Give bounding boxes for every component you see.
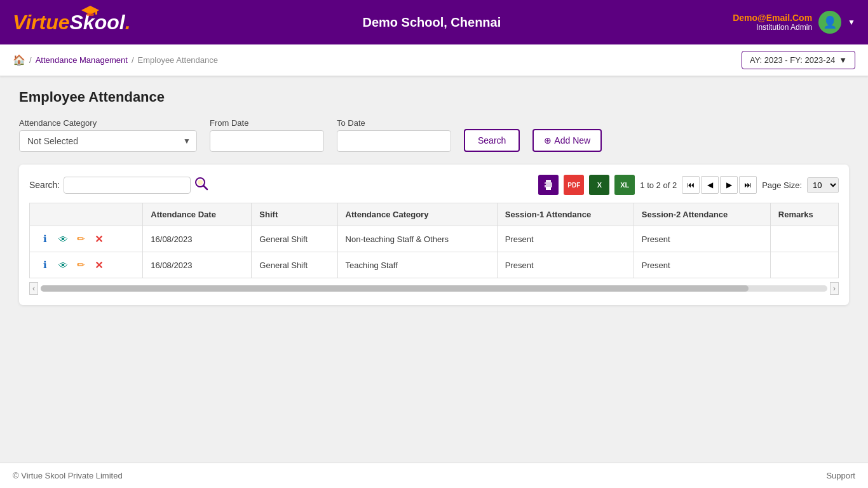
row-session2: Present [634,226,770,252]
page-size-label: Page Size: [762,180,802,190]
main-content: Employee Attendance Attendance Category … [0,76,868,463]
breadcrumb-bar: 🏠 / Attendance Management / Employee Att… [0,44,868,76]
table-search-label: Search: [29,180,60,190]
footer-copyright: © Virtue Skool Private Limited [13,471,123,480]
row-remarks [770,252,838,278]
print-button[interactable] [538,175,559,195]
filter-row: Attendance Category Not Selected From Da… [19,118,849,152]
svg-rect-1 [95,10,97,15]
row-actions: ℹ 👁 ✏ ✕ [30,252,143,278]
svg-rect-9 [545,184,546,185]
user-dropdown-arrow[interactable]: ▼ [848,18,855,27]
row-shift: General Shift [252,226,337,252]
table-row: ℹ 👁 ✏ ✕ 16/08/2023 General Shift Non-tea… [30,226,839,252]
add-new-icon: ⊕ [544,135,552,146]
from-date-label: From Date [210,118,324,128]
table-header: Attendance Date Shift Attendance Categor… [30,203,839,226]
attendance-category-select[interactable]: Not Selected [19,130,197,152]
user-email: Demo@Email.Com [733,13,812,23]
prev-page-button[interactable]: ◀ [701,176,719,194]
info-button[interactable]: ℹ [37,231,53,247]
avatar[interactable]: 👤 [818,11,841,34]
scroll-thumb [41,285,749,292]
scroll-left-arrow[interactable]: ‹ [29,282,38,295]
table-toolbar: Search: [29,175,839,195]
footer-support[interactable]: Support [826,471,855,480]
pagination-info: 1 to 2 of 2 [640,180,677,190]
col-header-attendance-category: Attendance Category [337,203,497,226]
search-button[interactable]: Search [464,129,520,152]
svg-rect-6 [545,182,552,187]
graduation-cap-icon [81,4,99,16]
attendance-category-wrapper: Not Selected [19,130,197,152]
to-date-label: To Date [337,118,451,128]
add-new-button[interactable]: ⊕ Add New [532,129,602,152]
table-scroll-area: Attendance Date Shift Attendance Categor… [29,203,839,278]
view-button[interactable]: 👁 [55,257,71,273]
pdf-label: PDF [567,182,580,189]
user-details: Demo@Email.Com Institution Admin [733,13,812,32]
to-date-input[interactable] [337,130,451,152]
home-icon[interactable]: 🏠 [13,54,25,66]
row-attendance-category: Non-teaching Staff & Others [337,226,497,252]
user-role: Institution Admin [733,23,812,32]
row-session1: Present [497,226,634,252]
table-search-input[interactable] [64,177,191,194]
row-attendance-date: 16/08/2023 [143,226,252,252]
data-table: Attendance Date Shift Attendance Categor… [29,203,839,278]
pagination-buttons: ⏮ ◀ ▶ ⏭ [682,176,757,194]
to-date-filter: To Date [337,118,451,152]
svg-rect-8 [546,180,551,182]
excel-label: X [597,181,602,189]
col-header-actions [30,203,143,226]
breadcrumb-separator-2: / [132,55,134,65]
breadcrumb-attendance-management[interactable]: Attendance Management [36,55,128,65]
add-new-label: Add New [554,135,590,146]
col-header-session1: Session-1 Attendance [497,203,634,226]
table-search-box: Search: [29,177,208,194]
svg-line-4 [203,186,207,189]
logo-skool: Skool [70,11,125,34]
page-size-select[interactable]: 10 25 50 100 [807,177,839,193]
delete-button[interactable]: ✕ [91,231,106,247]
excel2-button[interactable]: XL [614,175,635,195]
ay-selector-arrow: ▼ [839,55,847,65]
row-remarks [770,226,838,252]
logo: Virtue Skool . [13,11,131,34]
next-page-button[interactable]: ▶ [720,176,738,194]
breadcrumb-employee-attendance: Employee Attendance [138,55,218,65]
from-date-filter: From Date [210,118,324,152]
from-date-input[interactable] [210,130,324,152]
table-search-icon-button[interactable] [194,177,208,194]
toolbar-right: PDF X XL 1 to 2 of 2 ⏮ ◀ ▶ ⏭ Page Size: … [538,175,839,195]
scroll-right-arrow[interactable]: › [830,282,839,295]
table-body: ℹ 👁 ✏ ✕ 16/08/2023 General Shift Non-tea… [30,226,839,278]
ay-selector[interactable]: AY: 2023 - FY: 2023-24 ▼ [742,51,855,69]
row-shift: General Shift [252,252,337,278]
user-info-area: Demo@Email.Com Institution Admin 👤 ▼ [733,11,855,34]
magnifier-icon [194,177,208,191]
col-header-shift: Shift [252,203,337,226]
info-button[interactable]: ℹ [37,257,53,273]
row-session2: Present [634,252,770,278]
first-page-button[interactable]: ⏮ [682,176,700,194]
pdf-button[interactable]: PDF [564,175,584,195]
print-icon [543,179,554,191]
last-page-button[interactable]: ⏭ [739,176,757,194]
row-attendance-date: 16/08/2023 [143,252,252,278]
svg-rect-7 [546,187,551,190]
edit-button[interactable]: ✏ [73,257,88,273]
ay-selector-label: AY: 2023 - FY: 2023-24 [750,55,835,65]
edit-button[interactable]: ✏ [73,231,88,247]
breadcrumb: 🏠 / Attendance Management / Employee Att… [13,54,218,66]
footer: © Virtue Skool Private Limited Support [0,463,868,488]
row-actions: ℹ 👁 ✏ ✕ [30,226,143,252]
school-name: Demo School, Chennai [362,15,501,30]
scroll-track[interactable] [41,285,827,292]
table-row: ℹ 👁 ✏ ✕ 16/08/2023 General Shift Teachin… [30,252,839,278]
scroll-bar: ‹ › [29,282,839,295]
view-button[interactable]: 👁 [55,231,71,247]
excel-button[interactable]: X [589,175,609,195]
svg-point-5 [198,180,203,185]
delete-button[interactable]: ✕ [91,257,106,273]
